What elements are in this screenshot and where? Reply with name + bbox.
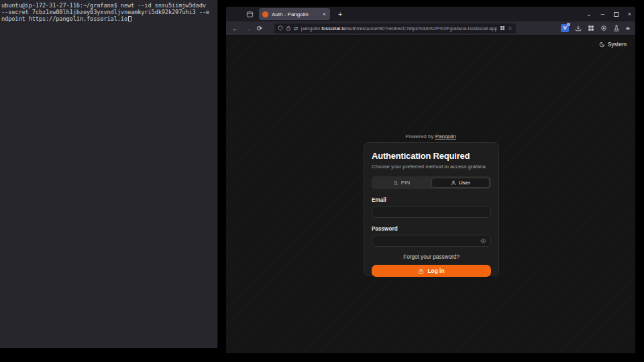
card-subtitle: Choose your preferred method to access g… xyxy=(372,164,491,170)
eye-icon[interactable] xyxy=(480,238,486,244)
login-lock-icon xyxy=(418,268,424,274)
url-path: /auth/resource/90?redirect=https%3A%2F%2… xyxy=(345,25,497,32)
urlbar-grid-icon[interactable] xyxy=(500,25,505,31)
pangolin-link[interactable]: Pangolin xyxy=(435,133,456,139)
pangolin-favicon-icon xyxy=(262,11,268,17)
tab-title: Auth - Pangolin xyxy=(272,11,319,17)
tab-pin[interactable]: PIN xyxy=(373,178,430,188)
terminal-line-text: ndpoint https://pangolin.fossorial.io xyxy=(1,15,127,22)
user-icon xyxy=(451,180,456,186)
forward-button[interactable]: → xyxy=(242,25,253,32)
terminal-cursor xyxy=(128,16,131,21)
tab-user-label: User xyxy=(459,180,470,186)
new-tab-button[interactable]: + xyxy=(335,10,345,18)
login-button-label: Log in xyxy=(427,267,444,274)
binary-icon xyxy=(393,180,398,186)
terminal-line: ndpoint https://pangolin.fossorial.io xyxy=(1,15,216,22)
bookmark-star-icon[interactable]: ☆ xyxy=(508,25,513,32)
url-bar[interactable]: ⇄ pangolin.fossorial.io/auth/resource/90… xyxy=(274,23,516,34)
extension-badge xyxy=(567,23,570,26)
forgot-password-link[interactable]: Forgot your password? xyxy=(372,254,491,260)
terminal-line: ubuntu@ip-172-31-27-116:~/grafana$ newt … xyxy=(1,2,216,9)
flask-extension-icon[interactable] xyxy=(613,25,620,32)
vimium-extension-icon[interactable]: V xyxy=(561,24,569,32)
terminal-window[interactable]: ubuntu@ip-172-31-27-116:~/grafana$ newt … xyxy=(0,0,218,348)
browser-window: Auth - Pangolin × + ⌄ – × ← → ⟳ ⇄ pangol… xyxy=(226,7,635,353)
moon-icon xyxy=(599,42,605,48)
url-domain: fossorial.io xyxy=(321,25,345,32)
browser-navbar: ← → ⟳ ⇄ pangolin.fossorial.io/auth/resou… xyxy=(226,21,635,36)
close-window-button[interactable]: × xyxy=(628,7,631,21)
login-button[interactable]: Log in xyxy=(372,265,491,277)
apps-grid-icon[interactable] xyxy=(588,25,594,32)
url-subdomain: pangolin. xyxy=(301,25,321,32)
list-tabs-icon[interactable]: ⌄ xyxy=(586,7,592,21)
powered-prefix: Powered by xyxy=(405,133,435,139)
reload-button[interactable]: ⟳ xyxy=(254,25,265,32)
tab-user[interactable]: User xyxy=(431,178,490,188)
card-title: Authentication Required xyxy=(372,151,491,161)
page-content: System Powered by Pangolin Authenticatio… xyxy=(226,36,635,353)
email-field[interactable] xyxy=(372,206,491,218)
downloads-icon[interactable] xyxy=(575,25,582,32)
firefox-view-icon[interactable] xyxy=(244,9,256,19)
tab-close-icon[interactable]: × xyxy=(322,11,327,17)
permissions-swap-icon[interactable]: ⇄ xyxy=(294,25,299,32)
tab-pin-label: PIN xyxy=(401,180,410,186)
maximize-button[interactable] xyxy=(614,12,619,17)
password-field[interactable] xyxy=(372,235,491,247)
tracking-shield-icon[interactable] xyxy=(278,25,283,31)
browser-tab[interactable]: Auth - Pangolin × xyxy=(259,8,330,20)
terminal-line: --secret 7cbz1xw08lh1jbzey03yxvndljvneam… xyxy=(1,9,216,15)
powered-by: Powered by Pangolin xyxy=(226,133,635,139)
password-label: Password xyxy=(372,226,491,232)
browser-titlebar: Auth - Pangolin × + ⌄ – × xyxy=(226,7,635,21)
email-label: Email xyxy=(372,197,491,203)
menu-icon[interactable]: ≡ xyxy=(626,25,630,32)
target-circle-icon[interactable] xyxy=(600,25,607,32)
auth-method-tabs: PIN User xyxy=(372,176,491,189)
lock-icon[interactable] xyxy=(286,25,291,31)
back-button[interactable]: ← xyxy=(230,25,241,32)
minimize-button[interactable]: – xyxy=(601,7,604,21)
auth-card: Authentication Required Choose your pref… xyxy=(364,142,499,276)
url-text[interactable]: pangolin.fossorial.io/auth/resource/90?r… xyxy=(301,25,497,32)
theme-toggle[interactable]: System xyxy=(599,41,627,48)
toolbar-extensions: V ≡ xyxy=(561,24,631,32)
desktop: ubuntu@ip-172-31-27-116:~/grafana$ newt … xyxy=(0,0,644,362)
theme-label: System xyxy=(608,41,627,48)
